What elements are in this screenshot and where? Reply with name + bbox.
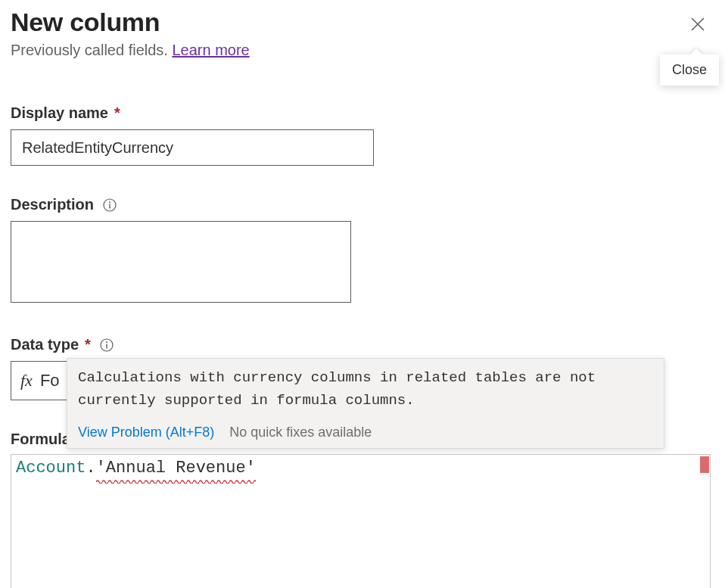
error-popover: Calculations with currency columns in re…	[67, 358, 664, 449]
page-title: New column	[11, 8, 250, 37]
description-textarea[interactable]	[11, 221, 351, 303]
formula-line: Account.'Annual Revenue'	[16, 458, 705, 480]
data-type-label: Data type *	[11, 336, 714, 353]
subtitle-prefix: Previously called fields.	[11, 42, 172, 58]
error-squiggly-underline	[96, 479, 256, 484]
required-asterisk: *	[85, 336, 91, 353]
fx-icon: fx	[20, 371, 33, 390]
formula-label-text: Formula	[11, 431, 70, 447]
close-tooltip: Close	[660, 54, 719, 86]
info-icon[interactable]	[100, 338, 114, 352]
formula-token-property: 'Annual Revenue'	[96, 458, 256, 480]
error-message: Calculations with currency columns in re…	[67, 359, 664, 420]
description-label-text: Description	[11, 196, 94, 213]
display-name-input[interactable]	[11, 129, 374, 166]
learn-more-link[interactable]: Learn more	[172, 42, 249, 58]
subtitle: Previously called fields. Learn more	[11, 42, 250, 59]
description-label: Description	[11, 196, 714, 213]
close-button[interactable]	[686, 12, 710, 39]
svg-rect-5	[106, 344, 107, 348]
display-name-label: Display name *	[11, 104, 714, 122]
formula-token-property-text: 'Annual Revenue'	[96, 459, 256, 478]
svg-rect-2	[109, 204, 110, 208]
data-type-value: Fo	[40, 371, 60, 390]
formula-scrollbar-marker[interactable]	[700, 456, 709, 473]
required-asterisk: *	[114, 104, 120, 122]
svg-point-4	[106, 341, 107, 343]
formula-token-dot: .	[86, 458, 95, 480]
info-icon[interactable]	[103, 198, 117, 212]
formula-editor[interactable]: Account.'Annual Revenue'	[11, 454, 711, 588]
data-type-label-text: Data type	[11, 336, 79, 353]
no-quick-fixes-label: No quick fixes available	[229, 425, 372, 440]
view-problem-link[interactable]: View Problem (Alt+F8)	[78, 425, 214, 440]
formula-token-entity: Account	[16, 458, 86, 480]
close-icon	[689, 15, 707, 36]
display-name-label-text: Display name	[11, 104, 108, 122]
svg-point-1	[109, 201, 110, 203]
